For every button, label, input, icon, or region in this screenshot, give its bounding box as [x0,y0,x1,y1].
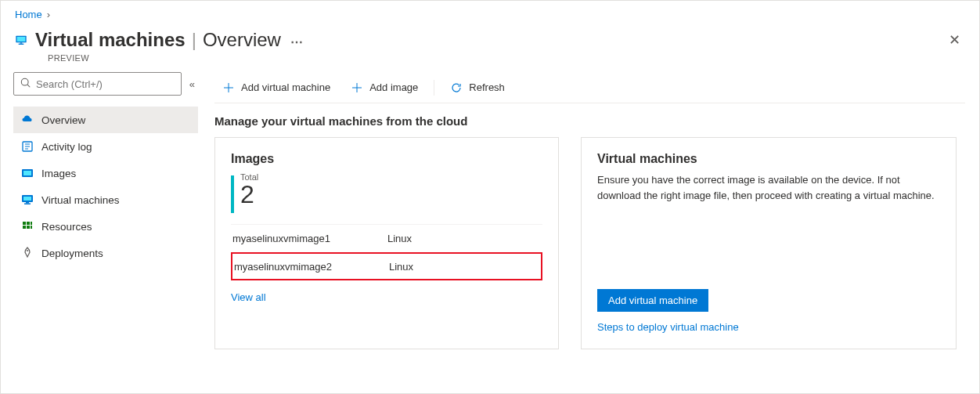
steps-link[interactable]: Steps to deploy virtual machine [597,321,940,333]
plus-icon [222,81,235,94]
add-vm-button[interactable]: Add virtual machine [214,72,338,103]
sidebar-item-label: Resources [41,221,92,233]
chevron-right-icon: › [47,9,50,20]
toolbar-label: Add image [369,81,418,93]
sidebar-item-vms[interactable]: Virtual machines [13,186,198,213]
svg-rect-21 [31,226,32,229]
sidebar-item-activity-log[interactable]: Activity log [13,133,198,160]
svg-rect-1 [17,37,26,42]
card-title: Images [231,152,542,166]
nav-list: Overview Activity log Images Virtual mac… [13,107,198,266]
collapse-sidebar-icon[interactable]: « [186,75,198,93]
svg-point-22 [27,250,28,251]
svg-rect-18 [31,222,32,225]
sidebar-item-resources[interactable]: Resources [13,213,198,240]
title-divider: | [192,29,196,51]
images-card: Images Total 2 myaselinuxvmimage1 Linux … [214,137,559,349]
preview-badge: PREVIEW [1,53,979,63]
sidebar-item-deployments[interactable]: Deployments [13,240,198,266]
images-table: myaselinuxvmimage1 Linux myaselinuxvmima… [231,224,542,280]
sidebar-item-label: Images [41,168,76,179]
rocket-icon [21,247,34,259]
command-bar: Add virtual machine Add image Refresh [214,72,965,103]
sidebar-item-images[interactable]: Images [13,160,198,186]
sidebar-item-label: Deployments [41,248,103,259]
image-name-cell: myaselinuxvmimage1 [231,233,387,244]
toolbar-separator [434,80,434,96]
svg-rect-13 [23,197,31,201]
svg-rect-3 [19,44,24,45]
vm-card: Virtual machines Ensure you have the cor… [581,137,957,349]
svg-point-4 [21,78,28,85]
page-title-sub: Overview [203,29,281,51]
toolbar-label: Add virtual machine [241,81,330,93]
svg-line-5 [27,85,30,87]
svg-rect-14 [26,202,29,204]
image-os-cell: Linux [387,233,542,244]
cloud-icon [21,114,34,126]
svg-rect-19 [23,226,26,229]
total-value: 2 [240,182,258,207]
add-image-button[interactable]: Add image [343,72,426,103]
breadcrumb: Home › [1,1,979,23]
search-icon [20,78,31,91]
vm-resource-icon [15,34,27,46]
image-os-cell: Linux [389,261,541,273]
sidebar: « Overview Activity log Images [1,72,204,394]
sidebar-item-label: Activity log [41,141,92,153]
monitor-icon [21,193,34,206]
page-header: Virtual machines | Overview ⋯ ✕ [1,23,979,55]
more-icon[interactable]: ⋯ [287,34,306,49]
table-row[interactable]: myaselinuxvmimage1 Linux [231,224,542,252]
svg-rect-17 [27,222,30,225]
log-icon [21,140,34,153]
svg-rect-15 [24,204,31,205]
plus-icon [351,81,363,94]
main-content: Add virtual machine Add image Refresh Ma… [204,72,979,394]
accent-bar [231,175,234,213]
sidebar-item-label: Overview [41,114,85,126]
image-name-cell: myaselinuxvmimage2 [232,261,389,273]
search-input[interactable] [36,78,175,90]
total-block: Total 2 [231,172,542,213]
breadcrumb-home[interactable]: Home [15,9,42,20]
svg-rect-16 [23,222,26,225]
svg-rect-11 [23,171,31,175]
table-row[interactable]: myaselinuxvmimage2 Linux [231,252,542,280]
card-description: Ensure you have the correct image is ava… [597,172,940,203]
search-box[interactable] [13,72,182,96]
close-icon[interactable]: ✕ [944,27,965,53]
svg-rect-2 [20,42,23,43]
svg-rect-20 [27,226,30,229]
grid-icon [21,220,34,233]
section-title: Manage your virtual machines from the cl… [214,114,965,128]
sidebar-item-overview[interactable]: Overview [13,107,198,133]
sidebar-item-label: Virtual machines [41,194,120,206]
view-all-link[interactable]: View all [231,291,266,303]
card-title: Virtual machines [597,152,940,166]
page-title-main: Virtual machines [35,29,186,51]
refresh-button[interactable]: Refresh [442,72,513,103]
refresh-icon [450,81,463,94]
toolbar-label: Refresh [469,81,505,93]
image-icon [21,167,34,179]
add-vm-primary-button[interactable]: Add virtual machine [597,289,708,312]
